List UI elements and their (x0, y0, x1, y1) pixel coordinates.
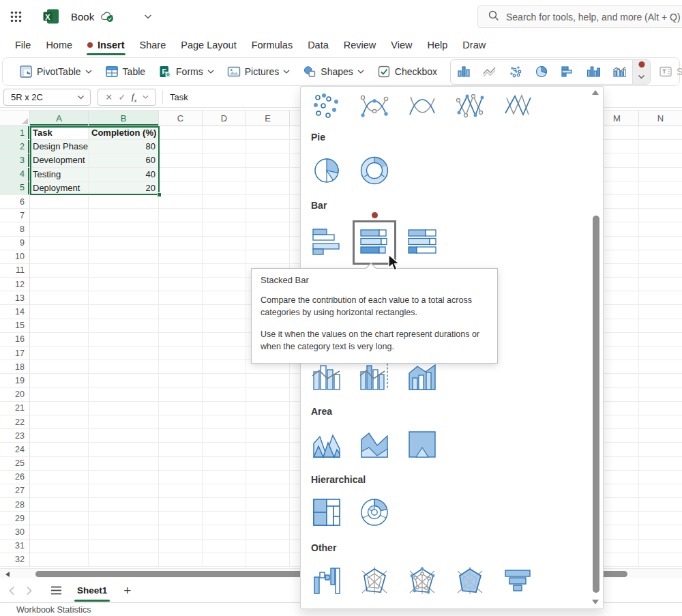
cell-n26[interactable] (639, 471, 682, 484)
insert-bar-chart-button[interactable] (554, 60, 580, 84)
cell-d18[interactable] (203, 360, 246, 374)
cell-b28[interactable] (89, 498, 159, 512)
row-header-6[interactable]: 6 (0, 195, 30, 209)
cell-d28[interactable] (203, 498, 246, 512)
cell-d16[interactable] (203, 333, 246, 347)
cell-n13[interactable] (639, 291, 682, 305)
cell-d29[interactable] (203, 512, 246, 525)
cell-c32[interactable] (159, 553, 203, 567)
cell-c23[interactable] (159, 429, 203, 443)
row-header-16[interactable]: 16 (0, 333, 30, 347)
cell-b18[interactable] (89, 360, 159, 374)
cell-a25[interactable] (30, 457, 89, 471)
cell-a20[interactable] (30, 388, 89, 402)
pivottable-button[interactable]: PivotTable (19, 65, 92, 78)
cell-e26[interactable] (246, 471, 290, 484)
cell-a16[interactable] (30, 333, 89, 347)
row-header-2[interactable]: 2 (0, 140, 30, 153)
cell-c17[interactable] (159, 347, 203, 360)
insert-combo-chart-button[interactable] (606, 60, 632, 84)
chart-type-funnel-icon[interactable] (502, 565, 533, 596)
cell-c25[interactable] (159, 457, 203, 471)
cell-d31[interactable] (203, 540, 246, 553)
cell-b25[interactable] (89, 457, 159, 471)
row-header-9[interactable]: 9 (0, 237, 30, 250)
cell-e31[interactable] (246, 540, 290, 553)
cell-n11[interactable] (639, 264, 682, 278)
cell-b6[interactable] (89, 195, 159, 209)
scroll-up-icon[interactable] (592, 90, 599, 95)
row-header-7[interactable]: 7 (0, 209, 30, 222)
cell-n29[interactable] (639, 512, 682, 525)
cell-d11[interactable] (203, 264, 246, 278)
cell-c13[interactable] (159, 291, 203, 305)
chart-type-scatter-smooth-markers-icon[interactable] (359, 91, 390, 122)
row-header-25[interactable]: 25 (0, 457, 30, 471)
cell-b27[interactable] (89, 484, 159, 498)
row-header-5[interactable]: 5 (0, 181, 30, 195)
cell-c19[interactable] (159, 374, 203, 387)
app-launcher-icon[interactable] (10, 10, 23, 23)
row-header-10[interactable]: 10 (0, 250, 30, 264)
row-header-14[interactable]: 14 (0, 305, 30, 319)
cell-c31[interactable] (159, 540, 203, 553)
cell-n28[interactable] (639, 498, 682, 512)
column-header-n[interactable]: N (639, 111, 682, 126)
cell-c9[interactable] (159, 237, 203, 250)
row-header-27[interactable]: 27 (0, 484, 30, 498)
cell-c11[interactable] (159, 264, 203, 278)
chart-type-bar-clustered-icon[interactable] (311, 226, 342, 257)
row-header-29[interactable]: 29 (0, 512, 30, 525)
column-header-b[interactable]: B (89, 111, 159, 126)
cell-d15[interactable] (203, 319, 246, 333)
menu-tab-review[interactable]: Review (336, 40, 384, 50)
cell-e32[interactable] (246, 553, 290, 567)
cell-n1[interactable] (639, 126, 682, 140)
chart-type-bar-100-icon[interactable] (406, 226, 438, 257)
cell-b15[interactable] (89, 319, 159, 333)
row-header-23[interactable]: 23 (0, 429, 30, 443)
menu-tab-data[interactable]: Data (300, 40, 336, 50)
cell-n22[interactable] (639, 415, 682, 429)
chart-type-area-stacked-icon[interactable] (359, 428, 390, 460)
cell-c6[interactable] (159, 195, 203, 209)
cell-b24[interactable] (89, 443, 159, 456)
chart-type-radar-filled-icon[interactable] (454, 565, 486, 596)
cell-b3[interactable]: 60 (89, 153, 159, 167)
cell-c28[interactable] (159, 498, 203, 512)
cell-a24[interactable] (30, 443, 89, 456)
cell-b19[interactable] (89, 374, 159, 387)
row-header-19[interactable]: 19 (0, 374, 30, 387)
document-title[interactable]: Book (71, 11, 94, 23)
cell-e22[interactable] (246, 415, 290, 429)
cell-n16[interactable] (639, 333, 682, 347)
checkbox-button[interactable]: Checkbox (377, 65, 437, 78)
row-header-22[interactable]: 22 (0, 415, 30, 429)
chevron-down-icon[interactable] (143, 95, 149, 100)
cell-d4[interactable] (203, 168, 246, 181)
cell-a11[interactable] (30, 264, 89, 278)
chart-type-scatter-straight-markers-icon[interactable] (454, 91, 486, 122)
all-sheets-icon[interactable] (50, 586, 62, 595)
chart-type-combo-area-column-icon[interactable] (406, 361, 438, 392)
cell-e1[interactable] (246, 126, 290, 140)
cell-n14[interactable] (639, 305, 682, 319)
cell-b30[interactable] (89, 525, 159, 539)
cell-n12[interactable] (639, 278, 682, 291)
cell-b11[interactable] (89, 264, 159, 278)
chart-type-waterfall-icon[interactable] (311, 565, 342, 596)
cell-n27[interactable] (639, 484, 682, 498)
cell-e4[interactable] (246, 168, 290, 181)
cell-b8[interactable] (89, 222, 159, 236)
cell-a31[interactable] (30, 540, 89, 553)
cell-d14[interactable] (203, 305, 246, 319)
formula-input[interactable]: Task (170, 92, 188, 102)
cell-b29[interactable] (89, 512, 159, 525)
chart-type-scatter-straight-icon[interactable] (502, 91, 533, 122)
sheet-tab-sheet1[interactable]: Sheet1 (76, 585, 108, 596)
cell-a17[interactable] (30, 347, 89, 360)
column-header-a[interactable]: A (30, 111, 89, 126)
cell-c12[interactable] (159, 278, 203, 291)
cell-c20[interactable] (159, 388, 203, 402)
row-header-8[interactable]: 8 (0, 222, 30, 236)
